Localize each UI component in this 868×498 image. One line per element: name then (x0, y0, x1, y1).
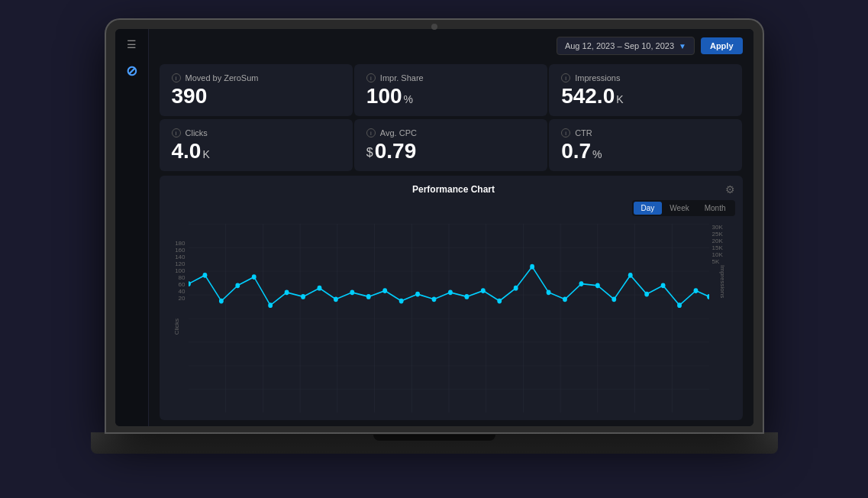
chart-controls-row: Day Week Month (167, 200, 735, 221)
svg-point-45 (677, 302, 682, 308)
svg-point-23 (317, 286, 321, 291)
metric-header: i Moved by ZeroSum (172, 73, 340, 82)
chart-btn-month[interactable]: Month (697, 202, 734, 215)
laptop-base (91, 432, 778, 454)
svg-point-24 (333, 296, 337, 302)
svg-point-29 (415, 292, 420, 297)
laptop-notch (373, 435, 495, 441)
svg-point-33 (480, 288, 485, 293)
apply-button[interactable]: Apply (701, 37, 743, 54)
metric-title-impr-share: Impr. Share (380, 73, 424, 82)
svg-point-44 (660, 283, 665, 288)
chart-btn-week[interactable]: Week (662, 202, 696, 215)
metric-header: i Avg. CPC (366, 128, 535, 137)
logo-icon: ⊘ (126, 63, 137, 79)
y-axis-left: 180 160 140 120 100 80 60 40 20 (167, 240, 189, 302)
svg-point-18 (235, 283, 240, 288)
y-axis-right: 30K 25K 20K 15K 10K 5K (709, 224, 735, 265)
chart-header: Performance Chart ⚙ (167, 183, 735, 196)
metric-card-clicks: i Clicks 4.0 K (160, 119, 353, 171)
svg-point-34 (497, 299, 502, 304)
chart-section: Performance Chart ⚙ Day Week Month (160, 176, 743, 420)
svg-point-41 (611, 296, 616, 302)
metrics-row2: i Clicks 4.0 K i Avg. CPC (149, 118, 753, 173)
metric-card-ctr: i CTR 0.7 % (549, 119, 742, 171)
svg-point-32 (464, 294, 469, 299)
svg-point-16 (202, 273, 207, 278)
menu-icon[interactable]: ☰ (127, 38, 137, 50)
metric-title-moved-by-zerosum: Moved by ZeroSum (186, 73, 259, 82)
header: Aug 12, 2023 – Sep 10, 2023 ▼ Apply (149, 29, 753, 63)
svg-point-17 (218, 299, 223, 304)
chart-controls: Day Week Month (632, 200, 735, 216)
metric-value-avg-cpc: $ 0.79 (366, 141, 535, 162)
metric-card-moved-by-zerosum: i Moved by ZeroSum 390 (160, 64, 353, 116)
metric-title-impressions: Impressions (575, 73, 620, 82)
laptop-screen: ☰ ⊘ Aug 12, 2023 – Sep 10, 2023 ▼ Apply (106, 20, 763, 432)
metrics-row1: i Moved by ZeroSum 390 i Impr. Share (149, 63, 753, 118)
chevron-down-icon: ▼ (679, 42, 686, 50)
date-range-text: Aug 12, 2023 – Sep 10, 2023 (565, 41, 674, 50)
info-icon[interactable]: i (172, 128, 181, 137)
info-icon[interactable]: i (366, 73, 376, 82)
laptop-wrapper: ☰ ⊘ Aug 12, 2023 – Sep 10, 2023 ▼ Apply (91, 20, 778, 478)
settings-icon[interactable]: ⚙ (725, 183, 735, 196)
metric-value-moved-by-zerosum: 390 (172, 86, 340, 107)
svg-point-38 (563, 296, 567, 302)
svg-point-21 (284, 289, 289, 295)
screen-inner: ☰ ⊘ Aug 12, 2023 – Sep 10, 2023 ▼ Apply (115, 29, 753, 426)
metric-card-impressions: i Impressions 542.0 K (549, 64, 742, 116)
metric-value-clicks: 4.0 K (172, 141, 340, 162)
metric-title-avg-cpc: Avg. CPC (380, 128, 417, 137)
chart-btn-day[interactable]: Day (634, 202, 663, 215)
svg-point-46 (693, 288, 698, 293)
svg-point-22 (301, 294, 305, 299)
svg-point-30 (431, 296, 436, 302)
svg-point-25 (350, 289, 354, 295)
metric-header: i Impr. Share (366, 73, 535, 82)
svg-point-28 (399, 299, 403, 304)
svg-point-26 (366, 294, 370, 299)
metric-value-ctr: 0.7 % (561, 141, 730, 162)
info-icon[interactable]: i (366, 128, 376, 137)
laptop-camera (431, 24, 437, 30)
svg-point-37 (546, 289, 550, 295)
svg-point-31 (448, 289, 453, 295)
svg-point-36 (530, 264, 534, 270)
date-range-select[interactable]: Aug 12, 2023 – Sep 10, 2023 ▼ (557, 37, 695, 55)
chart-area: Clicks 180 160 140 120 100 80 60 40 20 (167, 224, 735, 412)
metric-header: i CTR (561, 128, 730, 137)
info-icon[interactable]: i (561, 128, 570, 137)
main-content: Aug 12, 2023 – Sep 10, 2023 ▼ Apply i Mo… (149, 29, 753, 426)
svg-point-35 (513, 286, 518, 291)
y-axis-label-right: Impressions (719, 265, 726, 298)
chart-title: Performance Chart (182, 184, 725, 195)
metric-value-impressions: 542.0 K (561, 86, 730, 107)
metric-title-ctr: CTR (575, 128, 592, 137)
info-icon[interactable]: i (561, 73, 570, 82)
metric-title-clicks: Clicks (186, 128, 208, 137)
svg-point-27 (382, 288, 387, 293)
metric-header: i Impressions (561, 73, 730, 82)
svg-point-40 (595, 283, 599, 288)
metric-value-impr-share: 100 % (366, 86, 535, 107)
svg-point-19 (251, 274, 256, 280)
svg-point-39 (579, 281, 583, 286)
sidebar: ☰ ⊘ (115, 29, 149, 426)
svg-point-43 (644, 292, 649, 297)
metric-header: i Clicks (172, 128, 340, 137)
svg-point-20 (268, 302, 273, 308)
metric-card-impr-share: i Impr. Share 100 % (354, 64, 547, 116)
date-range-wrapper: Aug 12, 2023 – Sep 10, 2023 ▼ Apply (557, 37, 743, 55)
metric-card-avg-cpc: i Avg. CPC $ 0.79 (354, 119, 547, 171)
info-icon[interactable]: i (172, 73, 181, 82)
chart-canvas (189, 224, 709, 412)
y-axis-label-left: Clicks (173, 319, 180, 335)
svg-point-42 (628, 273, 632, 278)
